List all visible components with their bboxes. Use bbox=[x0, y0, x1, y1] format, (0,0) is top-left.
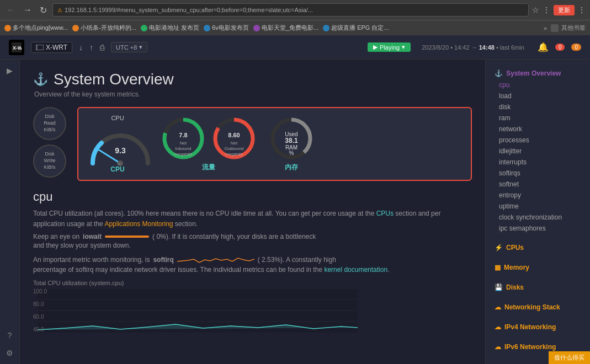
rs-nav-item-network[interactable]: network bbox=[486, 124, 590, 135]
svg-text:X-W: X-W bbox=[13, 45, 22, 51]
softirq-sparkline bbox=[177, 255, 254, 265]
rs-nav-item-clock[interactable]: clock synchronization bbox=[486, 212, 590, 223]
cpus-link[interactable]: CPUs bbox=[376, 210, 394, 217]
bookmark-more[interactable]: » 其他书签 bbox=[544, 24, 586, 32]
watermark: 值什么得买 bbox=[549, 351, 590, 364]
ram-gauge-svg: Used 38.1 RAM % bbox=[269, 116, 313, 160]
rs-nav-item-processes[interactable]: processes bbox=[486, 135, 590, 146]
print-icon[interactable]: ⎙ bbox=[100, 43, 104, 52]
other-bookmarks-icon bbox=[551, 24, 559, 32]
bookmark-ping-label: 多个地点ping[www... bbox=[13, 24, 68, 32]
rs-subsection-ipv4: ☁ IPv4 Networking bbox=[486, 320, 590, 333]
rs-nav-item-entropy[interactable]: entropy bbox=[486, 190, 590, 201]
cpu-gauge-wrap: 9.3 0.0 100.0 % bbox=[87, 125, 148, 163]
rs-subsection-memory-header[interactable]: ▦ Memory bbox=[486, 260, 590, 274]
softirq-value: ( 2.53%). A constantly high bbox=[258, 256, 336, 264]
bookmark-movie2-icon bbox=[204, 25, 210, 31]
disk-write-metric: DiskWriteKiB/s bbox=[33, 144, 66, 178]
rs-nav-item-ipc[interactable]: ipc semaphores bbox=[486, 223, 590, 234]
app-title: X-WRT bbox=[46, 44, 67, 51]
utc-dropdown-icon: ▾ bbox=[139, 44, 142, 51]
update-button[interactable]: 更新 bbox=[554, 5, 575, 15]
bookmark-ping[interactable]: 多个地点ping[www... bbox=[4, 24, 68, 32]
time-to: 14:48 bbox=[479, 44, 495, 51]
refresh-button[interactable]: ↻ bbox=[38, 4, 49, 17]
cpu-section-title: cpu bbox=[33, 190, 472, 204]
settings-icon[interactable]: ⚙ bbox=[4, 346, 15, 360]
time-display: 2023/8/20 • 14:42 → 14:48 • last 6min bbox=[422, 44, 524, 51]
cpu-section-label: CPU bbox=[110, 165, 124, 173]
menu-icon[interactable]: ⋮ bbox=[578, 6, 586, 14]
bookmark-movie1[interactable]: 电影港地址 发布页 bbox=[141, 24, 199, 32]
iowait-desc: and they slow your system down. bbox=[33, 240, 472, 251]
rs-nav-item-ram[interactable]: ram bbox=[486, 113, 590, 124]
rs-nav-item-uptime[interactable]: uptime bbox=[486, 201, 590, 212]
rs-subsection-disks-header[interactable]: 💾 Disks bbox=[486, 280, 590, 293]
back-button[interactable]: ← bbox=[4, 4, 18, 16]
gauge-panel: CPU 9.3 bbox=[77, 107, 472, 181]
bookmark-iptv-label: 超级直播 EPG 自定... bbox=[331, 24, 389, 32]
rs-nav-item-disk[interactable]: disk bbox=[486, 101, 590, 113]
desc-text-1a: Total CPU utilization (all cores). 100% … bbox=[33, 210, 376, 217]
time-last: • last 6min bbox=[496, 44, 524, 51]
alert-badge-orange: 0 bbox=[571, 44, 581, 51]
rs-nav-item-softirqs[interactable]: softirqs bbox=[486, 168, 590, 179]
upload-icon[interactable]: ↑ bbox=[89, 43, 93, 52]
page-title-area: ⚓ System Overview bbox=[33, 71, 472, 88]
bookmark-movie2[interactable]: 6v电影发布页 bbox=[204, 24, 249, 32]
browser-bar: ← → ↻ ⚠ 192.168.1.5:19999/#menu_system_s… bbox=[0, 0, 590, 20]
right-sidebar: ⚓ System Overview cpu load disk ram netw… bbox=[485, 60, 590, 364]
collapse-icon[interactable]: ▶ bbox=[4, 64, 15, 77]
utc-value: UTC +8 bbox=[116, 44, 137, 51]
rs-nav-item-interrupts[interactable]: interrupts bbox=[486, 157, 590, 168]
svg-text:Inbound: Inbound bbox=[176, 146, 192, 151]
rs-bookmark-icon: ⚓ bbox=[495, 69, 503, 77]
bookmark-movie2-label: 6v电影发布页 bbox=[212, 24, 249, 32]
rs-nav-item-softnet[interactable]: softnet bbox=[486, 179, 590, 190]
rs-subsection-ipv4-header[interactable]: ☁ IPv4 Networking bbox=[486, 320, 590, 333]
rs-subsection-cpus: ⚡ CPUs bbox=[486, 240, 590, 254]
cpus-label: CPUs bbox=[506, 244, 524, 251]
time-arrow: → bbox=[471, 44, 479, 51]
help-icon[interactable]: ? bbox=[6, 329, 14, 342]
bell-icon[interactable]: 🔔 bbox=[538, 42, 549, 52]
net-out-gauge: 8.60 Net Outbound megabits bbox=[212, 116, 256, 160]
bookmark-notes[interactable]: 小纸条-开放纯粹的... bbox=[72, 24, 136, 32]
utc-selector[interactable]: UTC +8 ▾ bbox=[111, 42, 147, 52]
app-logo[interactable]: X-W bbox=[9, 40, 24, 55]
disks-icon: 💾 bbox=[495, 283, 503, 291]
forward-button[interactable]: → bbox=[21, 4, 34, 16]
rs-nav-item-cpu[interactable]: cpu bbox=[486, 79, 590, 90]
rs-subsection-networking-header[interactable]: ☁ Networking Stack bbox=[486, 300, 590, 313]
download-icon[interactable]: ↓ bbox=[79, 43, 83, 52]
rs-section-title: System Overview bbox=[506, 69, 561, 77]
bookmark-icon[interactable]: ☆ bbox=[532, 6, 539, 14]
bookmark-iptv[interactable]: 超级直播 EPG 自定... bbox=[323, 24, 389, 32]
bookmark-movie1-label: 电影港地址 发布页 bbox=[149, 24, 199, 32]
bookmark-more-label: » bbox=[544, 25, 547, 31]
rs-subsection-cpus-header[interactable]: ⚡ CPUs bbox=[486, 240, 590, 254]
url-bar[interactable]: ⚠ 192.168.1.5:19999/#menu_system_submenu… bbox=[52, 3, 529, 17]
playing-label: Playing bbox=[380, 44, 400, 51]
kernel-doc-link[interactable]: kernel documentation bbox=[324, 266, 387, 274]
extensions-icon[interactable]: ⋮ bbox=[543, 6, 550, 14]
rs-nav-item-load[interactable]: load bbox=[486, 90, 590, 101]
bookmark-movie3[interactable]: 电影天堂_免费电影... bbox=[253, 24, 318, 32]
app-monitoring-link[interactable]: Applications Monitoring bbox=[104, 220, 173, 228]
other-bookmarks-label: 其他书签 bbox=[561, 24, 586, 32]
chart-y-labels: 100.0 80.0 60.0 40.0 bbox=[33, 288, 47, 333]
playing-button[interactable]: ▶ Playing ▾ bbox=[368, 42, 411, 52]
svg-text:%: % bbox=[289, 150, 294, 156]
alert-badge-red: 0 bbox=[555, 44, 565, 51]
disk-write-label: DiskWriteKiB/s bbox=[44, 151, 55, 170]
svg-text:8.60: 8.60 bbox=[228, 132, 240, 138]
svg-text:Net: Net bbox=[231, 141, 238, 146]
cpu-chart-area: Total CPU utilization (system.cpu) 100.0… bbox=[33, 280, 472, 333]
svg-text:9.3: 9.3 bbox=[115, 146, 126, 155]
cpu-description-1: Total CPU utilization (all cores). 100% … bbox=[33, 208, 472, 229]
rs-nav-item-idlejitter[interactable]: idlejitter bbox=[486, 146, 590, 157]
iowait-line: Keep an eye on iowait ( 0%). If it is co… bbox=[33, 233, 472, 240]
softirq-label: softirq bbox=[153, 256, 173, 264]
top-nav: X-W X-WRT ↓ ↑ ⎙ UTC +8 ▾ ▶ Playing ▾ 202… bbox=[0, 35, 590, 60]
bookmark-movie3-label: 电影天堂_免费电影... bbox=[262, 24, 318, 32]
